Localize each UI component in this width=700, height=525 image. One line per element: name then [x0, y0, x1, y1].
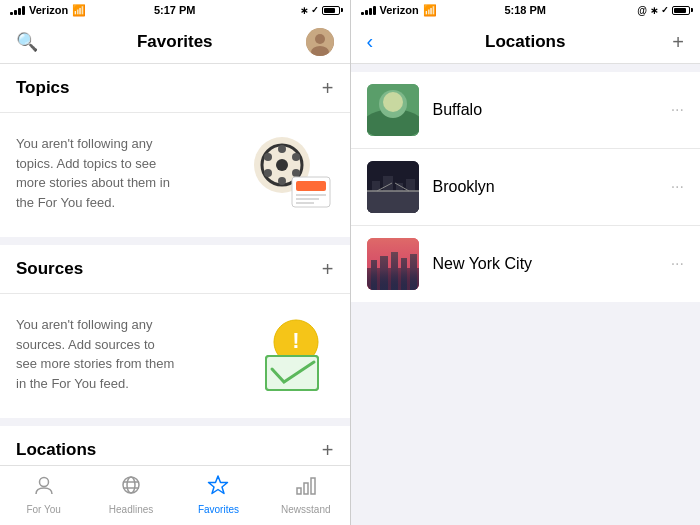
svg-point-6 [278, 145, 286, 153]
favorites-icon [207, 474, 229, 501]
topics-empty-state: You aren't following any topics. Add top… [0, 113, 350, 237]
nyc-thumbnail [367, 238, 419, 290]
topics-header: Topics + [0, 64, 350, 113]
signal-icon-right [361, 6, 376, 15]
svg-point-10 [264, 169, 272, 177]
locations-section: Locations + [0, 426, 350, 465]
nyc-more-icon[interactable]: ··· [671, 255, 684, 273]
topics-add-button[interactable]: + [322, 78, 334, 98]
svg-point-9 [292, 153, 300, 161]
sources-title: Sources [16, 259, 83, 279]
svg-rect-40 [367, 191, 419, 213]
sources-header: Sources + [0, 245, 350, 294]
topics-empty-message: You aren't following any topics. Add top… [16, 134, 176, 212]
page-title-favorites: Favorites [137, 32, 213, 52]
locations-screen: Verizon 📶 5:18 PM @ ∗ ✓ ‹ Locations + [351, 0, 701, 525]
brooklyn-name: Brooklyn [433, 178, 671, 196]
headlines-icon [120, 474, 142, 501]
tab-headlines-label: Headlines [109, 504, 153, 515]
sources-empty-message: You aren't following any sources. Add so… [16, 315, 176, 393]
search-icon[interactable]: 🔍 [16, 31, 38, 53]
locations-add-nav-button[interactable]: + [672, 32, 684, 52]
sources-section: Sources + You aren't following any sourc… [0, 245, 350, 418]
status-right-right: @ ∗ ✓ [637, 5, 690, 16]
svg-point-11 [292, 169, 300, 177]
tab-newsstand-label: Newsstand [281, 504, 330, 515]
svg-rect-28 [297, 488, 301, 494]
location-item-nyc[interactable]: New York City ··· [351, 226, 701, 302]
svg-point-24 [127, 477, 135, 493]
favorites-screen: Verizon 📶 5:17 PM ∗ ✓ 🔍 Favorites [0, 0, 350, 525]
battery-icon-right [672, 6, 690, 15]
locations-title: Locations [16, 440, 96, 460]
svg-marker-27 [209, 476, 228, 494]
favorites-nav-header: 🔍 Favorites [0, 20, 350, 64]
location-icon-right: ✓ [661, 5, 669, 15]
wifi-icon-right: 📶 [423, 4, 437, 17]
time-display-right: 5:18 PM [504, 4, 546, 16]
tab-bar-left: For You Headlines Favorites [0, 465, 350, 525]
topics-title: Topics [16, 78, 70, 98]
svg-rect-51 [367, 238, 419, 290]
svg-point-34 [383, 92, 403, 112]
topics-illustration [244, 133, 334, 213]
svg-point-8 [264, 153, 272, 161]
svg-rect-29 [304, 483, 308, 494]
tab-headlines[interactable]: Headlines [87, 474, 174, 515]
svg-rect-30 [311, 478, 315, 494]
buffalo-name: Buffalo [433, 101, 671, 119]
sources-illustration: ! [244, 314, 334, 394]
svg-point-5 [276, 159, 288, 171]
carrier-label: Verizon [29, 4, 68, 16]
bluetooth-icon: ∗ [300, 5, 308, 16]
status-right: ∗ ✓ [300, 5, 340, 16]
buffalo-more-icon[interactable]: ··· [671, 101, 684, 119]
battery-icon-left [322, 6, 340, 15]
locations-content: Buffalo ··· [351, 64, 701, 525]
user-avatar[interactable] [306, 28, 334, 56]
at-icon: @ [637, 5, 647, 16]
for-you-icon [33, 474, 55, 501]
tab-for-you-label: For You [26, 504, 60, 515]
time-display-left: 5:17 PM [154, 4, 196, 16]
nyc-name: New York City [433, 255, 671, 273]
svg-point-22 [39, 478, 48, 487]
location-icon: ✓ [311, 5, 319, 15]
back-chevron-icon: ‹ [367, 30, 374, 53]
location-item-buffalo[interactable]: Buffalo ··· [351, 72, 701, 149]
sources-add-button[interactable]: + [322, 259, 334, 279]
locations-list: Buffalo ··· [351, 72, 701, 302]
svg-point-7 [278, 177, 286, 185]
newsstand-icon [295, 474, 317, 501]
tab-favorites-label: Favorites [198, 504, 239, 515]
back-button[interactable]: ‹ [367, 30, 374, 53]
carrier-label-right: Verizon [380, 4, 419, 16]
wifi-icon: 📶 [72, 4, 86, 17]
tab-favorites[interactable]: Favorites [175, 474, 262, 515]
tab-for-you[interactable]: For You [0, 474, 87, 515]
svg-point-23 [123, 477, 139, 493]
status-bar-left: Verizon 📶 5:17 PM ∗ ✓ [0, 0, 350, 20]
brooklyn-thumbnail [367, 161, 419, 213]
sources-empty-state: You aren't following any sources. Add so… [0, 294, 350, 418]
locations-nav-header: ‹ Locations + [351, 20, 701, 64]
locations-header: Locations + [0, 426, 350, 465]
status-right-left: Verizon 📶 [361, 4, 437, 17]
locations-add-button[interactable]: + [322, 440, 334, 460]
tab-newsstand[interactable]: Newsstand [262, 474, 349, 515]
status-left: Verizon 📶 [10, 4, 86, 17]
svg-point-1 [315, 34, 325, 44]
svg-rect-13 [296, 181, 326, 191]
favorites-content: Topics + You aren't following any topics… [0, 64, 350, 465]
status-bar-right: Verizon 📶 5:18 PM @ ∗ ✓ [351, 0, 701, 20]
buffalo-thumbnail [367, 84, 419, 136]
brooklyn-more-icon[interactable]: ··· [671, 178, 684, 196]
bluetooth-icon-right: ∗ [650, 5, 658, 16]
topics-section: Topics + You aren't following any topics… [0, 64, 350, 237]
page-title-locations: Locations [485, 32, 565, 52]
location-item-brooklyn[interactable]: Brooklyn ··· [351, 149, 701, 226]
svg-text:!: ! [292, 328, 299, 353]
signal-icon [10, 6, 25, 15]
